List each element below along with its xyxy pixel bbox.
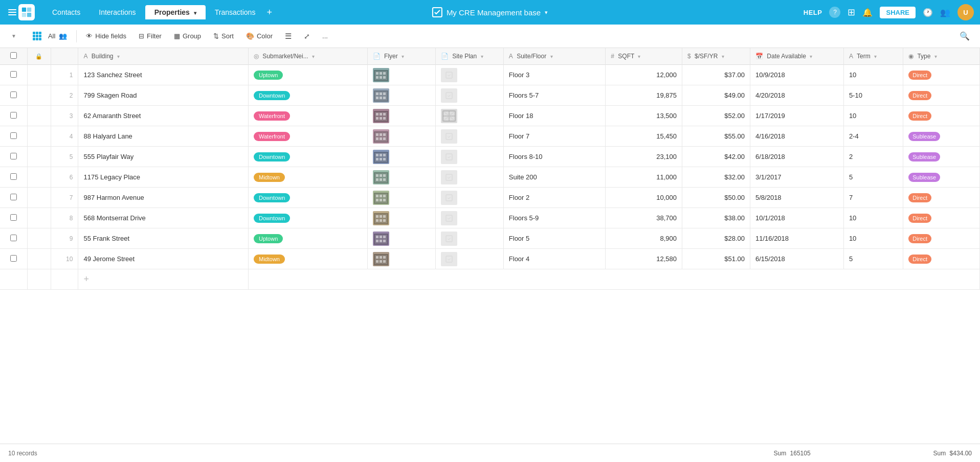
building-cell[interactable]: 62 Amaranth Street: [78, 106, 249, 126]
more-button[interactable]: ...: [317, 30, 333, 42]
term-cell[interactable]: 2-4: [843, 126, 903, 147]
date-cell[interactable]: 6/15/2018: [750, 249, 844, 269]
row-checkbox[interactable]: [10, 153, 17, 159]
siteplan-cell[interactable]: [435, 106, 503, 126]
table-row[interactable]: 6 1175 Legacy Place Midtown: [0, 167, 980, 188]
sqft-cell[interactable]: 38,700: [606, 208, 682, 228]
price-cell[interactable]: $42.00: [682, 147, 750, 167]
row-checkbox[interactable]: [10, 91, 17, 98]
price-cell[interactable]: $38.00: [682, 208, 750, 228]
flyer-cell[interactable]: [367, 147, 435, 167]
date-header[interactable]: 📅 Date Available ▾: [750, 48, 844, 65]
suite-cell[interactable]: Floor 5: [503, 228, 606, 249]
sqft-cell[interactable]: 12,000: [606, 65, 682, 85]
row-checkbox[interactable]: [10, 173, 17, 180]
building-cell[interactable]: 55 Frank Street: [78, 228, 249, 249]
row-checkbox[interactable]: [10, 71, 17, 78]
siteplan-cell[interactable]: [435, 85, 503, 106]
tab-properties[interactable]: Properties ▾: [145, 5, 206, 19]
type-cell[interactable]: Direct: [903, 85, 980, 106]
expand-button[interactable]: ⤢: [299, 30, 315, 43]
flyer-header[interactable]: 📄 Flyer ▾: [367, 48, 435, 65]
price-cell[interactable]: $32.00: [682, 167, 750, 188]
grid-view-button[interactable]: All 👥: [24, 27, 72, 45]
suite-cell[interactable]: Floor 4: [503, 249, 606, 269]
row-checkbox-cell[interactable]: [0, 167, 27, 188]
term-cell[interactable]: 5: [843, 167, 903, 188]
sqft-header[interactable]: # SQFT ▾: [606, 48, 682, 65]
siteplan-cell[interactable]: [435, 249, 503, 269]
notifications-icon[interactable]: 🔔: [862, 8, 873, 17]
history-icon[interactable]: 🕐: [923, 8, 933, 17]
date-cell[interactable]: 5/8/2018: [750, 188, 844, 208]
suite-cell[interactable]: Floor 2: [503, 188, 606, 208]
row-checkbox-cell[interactable]: [0, 228, 27, 249]
sqft-cell[interactable]: 12,580: [606, 249, 682, 269]
type-cell[interactable]: Direct: [903, 208, 980, 228]
submarket-cell[interactable]: Waterfront: [249, 126, 368, 147]
price-cell[interactable]: $28.00: [682, 228, 750, 249]
term-cell[interactable]: 10: [843, 228, 903, 249]
building-cell[interactable]: 987 Harmon Avenue: [78, 188, 249, 208]
table-row[interactable]: 7 987 Harmon Avenue Downtown: [0, 188, 980, 208]
hamburger-menu[interactable]: [6, 7, 18, 17]
row-checkbox-cell[interactable]: [0, 106, 27, 126]
row-checkbox[interactable]: [10, 112, 17, 119]
submarket-cell[interactable]: Downtown: [249, 208, 368, 228]
building-cell[interactable]: 799 Skagen Road: [78, 85, 249, 106]
table-row[interactable]: 2 799 Skagen Road Downtown F: [0, 85, 980, 106]
color-button[interactable]: 🎨 Color: [241, 30, 278, 42]
row-checkbox-cell[interactable]: [0, 85, 27, 106]
term-cell[interactable]: 5-10: [843, 85, 903, 106]
type-cell[interactable]: Sublease: [903, 126, 980, 147]
view-type-toggle[interactable]: ▼: [6, 31, 21, 41]
hide-fields-button[interactable]: 👁 Hide fields: [81, 30, 131, 42]
term-cell[interactable]: 10: [843, 65, 903, 85]
date-cell[interactable]: 11/16/2018: [750, 228, 844, 249]
building-cell[interactable]: 568 Montserrat Drive: [78, 208, 249, 228]
flyer-cell[interactable]: [367, 106, 435, 126]
row-checkbox-cell[interactable]: [0, 65, 27, 85]
submarket-cell[interactable]: Uptown: [249, 65, 368, 85]
suite-cell[interactable]: Floors 5-9: [503, 208, 606, 228]
price-header[interactable]: $ $/SF/YR ▾: [682, 48, 750, 65]
sqft-cell[interactable]: 11,000: [606, 167, 682, 188]
sort-button[interactable]: ⇅ Sort: [208, 30, 239, 42]
type-cell[interactable]: Direct: [903, 249, 980, 269]
siteplan-header[interactable]: 📄 Site Plan ▾: [435, 48, 503, 65]
suite-cell[interactable]: Floor 7: [503, 126, 606, 147]
sqft-cell[interactable]: 8,900: [606, 228, 682, 249]
term-cell[interactable]: 7: [843, 188, 903, 208]
group-button[interactable]: ▦ Group: [169, 30, 206, 42]
row-checkbox[interactable]: [10, 194, 17, 200]
row-checkbox[interactable]: [10, 214, 17, 221]
table-row[interactable]: 5 555 Playfair Way Downtown: [0, 147, 980, 167]
table-row[interactable]: 1 123 Sanchez Street Uptown: [0, 65, 980, 85]
price-cell[interactable]: $49.00: [682, 85, 750, 106]
row-checkbox[interactable]: [10, 132, 17, 139]
price-cell[interactable]: $55.00: [682, 126, 750, 147]
flyer-cell[interactable]: [367, 228, 435, 249]
term-header[interactable]: A Term ▾: [843, 48, 903, 65]
siteplan-cell[interactable]: [435, 228, 503, 249]
submarket-cell[interactable]: Downtown: [249, 147, 368, 167]
suite-cell[interactable]: Floors 5-7: [503, 85, 606, 106]
suite-cell[interactable]: Floors 8-10: [503, 147, 606, 167]
price-cell[interactable]: $51.00: [682, 249, 750, 269]
add-tab-button[interactable]: +: [264, 5, 274, 20]
type-cell[interactable]: Direct: [903, 106, 980, 126]
flyer-cell[interactable]: [367, 65, 435, 85]
row-checkbox-cell[interactable]: [0, 249, 27, 269]
siteplan-cell[interactable]: [435, 126, 503, 147]
table-row[interactable]: 4 88 Halyard Lane Waterfront: [0, 126, 980, 147]
submarket-cell[interactable]: Midtown: [249, 167, 368, 188]
suite-cell[interactable]: Floor 18: [503, 106, 606, 126]
type-cell[interactable]: Direct: [903, 188, 980, 208]
type-header[interactable]: ◉ Type ▾: [903, 48, 980, 65]
building-cell[interactable]: 555 Playfair Way: [78, 147, 249, 167]
term-cell[interactable]: 2: [843, 147, 903, 167]
flyer-cell[interactable]: [367, 188, 435, 208]
flyer-cell[interactable]: [367, 167, 435, 188]
flyer-cell[interactable]: [367, 85, 435, 106]
building-header[interactable]: A Building ▾: [78, 48, 249, 65]
